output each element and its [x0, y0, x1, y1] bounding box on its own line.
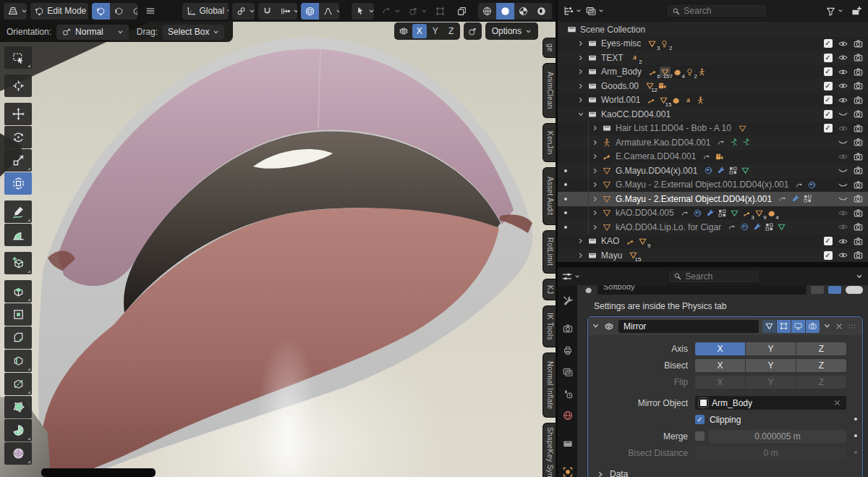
expander-chevron-icon[interactable] — [575, 111, 586, 118]
collection-checkbox[interactable]: ✓ — [824, 110, 833, 119]
render-visibility-camera-icon[interactable] — [853, 137, 864, 148]
tool-add-cube[interactable] — [4, 252, 32, 274]
render-visibility-camera-icon[interactable] — [853, 193, 864, 204]
eye-icon[interactable] — [838, 123, 848, 134]
outliner-row[interactable]: KAO9✓ — [558, 235, 868, 249]
eye-closed-icon[interactable] — [838, 180, 848, 190]
select-mode-edge[interactable] — [110, 3, 128, 20]
sidebar-tab-kenjin[interactable]: KenJin — [542, 123, 557, 162]
render-visibility-camera-icon[interactable] — [853, 80, 864, 91]
render-visibility-camera-icon[interactable] — [853, 250, 864, 261]
toggle-realtime-display[interactable] — [791, 320, 805, 333]
softbody-modifier-row-clipped[interactable]: Softbody — [584, 285, 863, 295]
outliner-row[interactable]: kAO.DD04.Lip.Lo. for Cigar — [558, 220, 868, 235]
snap-toggle[interactable] — [258, 3, 276, 20]
bisect-x-button[interactable]: X — [695, 359, 745, 372]
bisect-z-button[interactable]: Z — [796, 359, 846, 372]
symmetry-axis-z[interactable]: Z — [444, 24, 459, 38]
collection-checkbox[interactable]: ✓ — [824, 237, 833, 245]
properties-options-dropdown[interactable] — [856, 273, 863, 280]
duplicate-overlay-button[interactable] — [453, 3, 471, 20]
outliner-row[interactable]: kAO.DD04.005394 — [558, 206, 868, 221]
collection-checkbox[interactable]: ✓ — [824, 251, 833, 260]
render-visibility-camera-icon[interactable] — [853, 52, 864, 63]
eye-closed-icon[interactable] — [838, 137, 848, 148]
eye-icon[interactable] — [838, 95, 848, 106]
tool-inset-faces[interactable] — [4, 303, 32, 326]
shading-material-button[interactable] — [514, 3, 532, 20]
softbody-name-field[interactable]: Softbody — [597, 285, 807, 295]
merge-value-field[interactable]: 0.000005 m — [709, 430, 846, 443]
outliner-row[interactable]: Mayu15✓ — [558, 248, 868, 262]
tool-loop-cut[interactable] — [4, 350, 32, 372]
outliner-row[interactable]: Goods.0012✓ — [558, 79, 868, 93]
eye-icon[interactable] — [838, 236, 848, 247]
properties-tab-object[interactable] — [558, 463, 577, 477]
bisect-distance-decorator[interactable] — [854, 451, 857, 454]
shading-solid-button[interactable] — [496, 3, 514, 20]
render-visibility-camera-icon[interactable] — [853, 151, 864, 162]
pivot-point-dropdown[interactable] — [232, 3, 255, 20]
sidebar-tab-asset-audit[interactable]: Asset Audit — [542, 167, 557, 225]
outliner-row[interactable]: Eyes-misc32✓ — [558, 37, 868, 51]
expander-chevron-icon[interactable] — [590, 139, 600, 146]
select-mode-vertex[interactable] — [92, 3, 110, 20]
outliner-search-input[interactable] — [684, 6, 762, 16]
outliner-row[interactable]: World.00115✓ — [558, 93, 868, 108]
eye-icon[interactable] — [838, 80, 848, 91]
tool-select-box[interactable] — [4, 46, 32, 69]
viewport-scene-lips[interactable] — [0, 0, 557, 477]
options-dropdown[interactable]: Options — [485, 22, 538, 40]
merge-decorator[interactable] — [854, 434, 857, 437]
merge-checkbox[interactable] — [695, 431, 705, 441]
toggle-edit-mode-display[interactable] — [762, 320, 776, 333]
tool-bevel[interactable] — [4, 326, 32, 349]
eye-closed-icon[interactable] — [838, 165, 848, 176]
clipping-checkbox[interactable]: ✓ — [695, 415, 705, 424]
expander-chevron-icon[interactable] — [575, 68, 586, 75]
expander-chevron-icon[interactable] — [575, 83, 586, 90]
properties-tab-scene[interactable] — [558, 384, 577, 402]
expander-chevron-icon[interactable] — [590, 153, 600, 160]
vertex-group-dropdown[interactable] — [431, 3, 450, 20]
sidebar-tab-animclean[interactable]: AnimClean — [542, 63, 557, 118]
outliner-row[interactable]: KaoCC.DD04.001✓ — [558, 107, 868, 122]
sidebar-tab-normal-inflate[interactable]: Normal Inflate — [542, 353, 557, 418]
softbody-extra-toggle[interactable] — [846, 286, 863, 294]
outliner-row[interactable]: G.Mayu.DD04(x).001 — [558, 164, 868, 178]
sidebar-tab-kj[interactable]: KJ — [542, 279, 557, 300]
collection-checkbox[interactable]: ✓ — [824, 96, 833, 104]
expander-chevron-icon[interactable] — [590, 224, 600, 231]
header-menu-toggle[interactable] — [141, 3, 160, 20]
properties-tab-world[interactable] — [558, 406, 577, 424]
outliner-row-scene-collection[interactable]: Scene Collection — [558, 22, 868, 37]
editor-splitter-horizontal[interactable] — [558, 262, 868, 267]
editor-type-button[interactable] — [4, 3, 27, 20]
tool-measure[interactable] — [4, 224, 32, 246]
properties-tab-view-layer[interactable] — [558, 363, 577, 381]
expander-chevron-icon[interactable] — [590, 195, 600, 203]
eye-closed-icon[interactable] — [838, 193, 848, 204]
toggle-render-display[interactable] — [806, 320, 820, 333]
data-subpanel-header[interactable]: Data — [597, 469, 846, 477]
sidebar-tab-rotlimit[interactable]: RotLimit — [542, 230, 557, 274]
properties-tab-collection[interactable] — [558, 434, 577, 452]
render-visibility-camera-icon[interactable] — [853, 221, 864, 232]
render-visibility-camera-icon[interactable] — [853, 165, 864, 176]
drag-mode-dropdown[interactable]: Select Box — [163, 25, 224, 40]
bisect-y-button[interactable]: Y — [746, 359, 796, 372]
snap-target-dropdown[interactable] — [276, 3, 297, 20]
expander-chevron-icon[interactable] — [575, 96, 586, 104]
tool-scale[interactable] — [4, 149, 32, 172]
proportional-edit-toggle[interactable] — [301, 3, 319, 20]
outliner-row[interactable]: TEXT2✓ — [558, 51, 868, 65]
shading-rendered-button[interactable] — [532, 3, 550, 20]
outliner-row[interactable]: E.Camera.DD04.001 — [558, 150, 868, 164]
expander-chevron-icon[interactable] — [575, 252, 586, 259]
collection-checkbox[interactable]: ✓ — [824, 54, 833, 62]
shading-wireframe-button[interactable] — [478, 3, 496, 20]
curve-falloff-dropdown[interactable] — [378, 3, 400, 20]
properties-tab-output[interactable] — [558, 341, 577, 359]
axis-y-button[interactable]: Y — [746, 342, 796, 355]
mode-dropdown[interactable]: Edit Mode — [30, 3, 88, 20]
